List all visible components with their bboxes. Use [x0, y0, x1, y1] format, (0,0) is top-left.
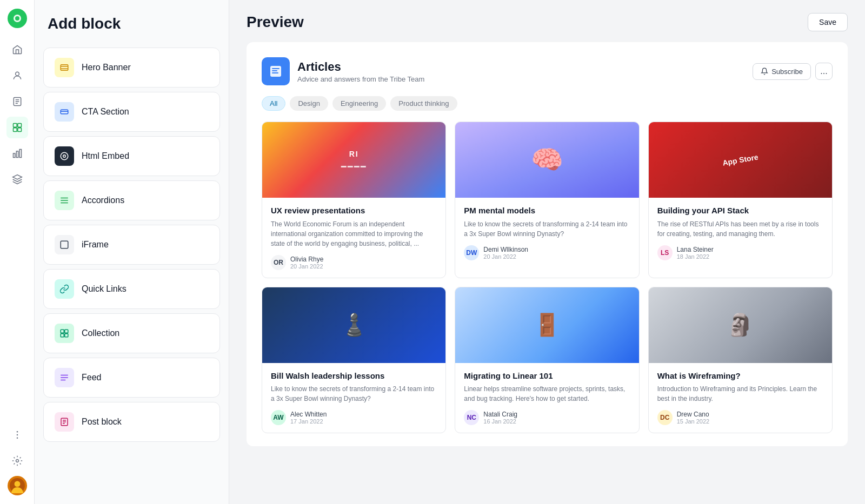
block-icon-accordions	[55, 191, 74, 210]
preview-area: Preview Save Articles Ad	[229, 0, 865, 504]
author-info: Lana Steiner 18 Jan 2022	[677, 246, 714, 260]
subscribe-button[interactable]: Subscribe	[753, 63, 811, 80]
article-description: Introduction to Wireframing and its Prin…	[657, 384, 823, 404]
nav-analytics[interactable]	[6, 143, 28, 164]
subscribe-label: Subscribe	[771, 68, 803, 76]
author-info: Natali Craig 16 Jan 2022	[483, 411, 517, 425]
block-icon-feed	[55, 368, 74, 387]
block-item-html-embed[interactable]: Html Embed	[43, 136, 220, 176]
article-image: ♟️	[262, 287, 445, 363]
app-logo[interactable]	[8, 9, 27, 28]
svg-rect-45	[272, 72, 278, 73]
block-item-feed[interactable]: Feed	[43, 358, 220, 398]
save-button[interactable]: Save	[808, 13, 848, 31]
article-title: Migrating to Linear 101	[464, 371, 630, 381]
article-title: PM mental models	[464, 205, 630, 216]
block-icon-post-block	[55, 412, 74, 432]
author-avatar: OR	[271, 255, 286, 270]
user-avatar[interactable]	[8, 476, 27, 495]
author-info: Alec Whitten 17 Jan 2022	[290, 411, 327, 425]
block-item-iframe[interactable]: iFrame	[43, 225, 220, 265]
block-label-iframe: iFrame	[82, 240, 109, 250]
tag-design[interactable]: Design	[290, 96, 328, 111]
articles-logo	[262, 57, 290, 85]
svg-rect-32	[65, 330, 68, 333]
article-description: Linear helps streamline software project…	[464, 384, 630, 404]
svg-rect-43	[272, 68, 280, 69]
svg-rect-44	[272, 70, 277, 71]
tag-engineering[interactable]: Engineering	[332, 96, 386, 111]
tag-product-thinking[interactable]: Product thinking	[390, 96, 457, 111]
articles-actions: Subscribe ...	[753, 63, 833, 80]
articles-info: Articles Advice and answers from the Tri…	[297, 60, 424, 83]
author-name: Drew Cano	[677, 411, 710, 418]
article-card[interactable]: RI▬▬▬▬ UX review presentations The World…	[262, 122, 446, 278]
block-item-accordions[interactable]: Accordions	[43, 180, 220, 220]
nav-users[interactable]	[6, 65, 28, 86]
svg-point-25	[61, 152, 68, 160]
block-label-hero-banner: Hero Banner	[82, 63, 131, 72]
article-image: 🗿	[649, 287, 832, 363]
nav-blocks[interactable]	[6, 117, 28, 138]
svg-rect-31	[61, 330, 64, 333]
svg-point-2	[15, 72, 19, 76]
article-author: OR Olivia Rhye 20 Jan 2022	[271, 255, 437, 270]
nav-layers[interactable]	[6, 169, 28, 190]
svg-point-15	[16, 434, 18, 436]
nav-settings[interactable]	[6, 450, 28, 472]
block-icon-iframe	[55, 235, 74, 254]
block-item-quick-links[interactable]: Quick Links	[43, 269, 220, 309]
nav-pages[interactable]	[6, 91, 28, 112]
author-name: Natali Craig	[483, 411, 517, 418]
block-icon-collection	[55, 324, 74, 343]
bell-icon	[761, 68, 768, 75]
block-label-collection: Collection	[82, 328, 119, 338]
article-card[interactable]: 🚪 Migrating to Linear 101 Linear helps s…	[455, 287, 639, 434]
block-label-quick-links: Quick Links	[82, 284, 127, 294]
preview-header: Preview Save	[247, 13, 848, 31]
article-card[interactable]: ♟️ Bill Walsh leadership lessons Like to…	[262, 287, 446, 434]
svg-point-16	[16, 438, 18, 439]
articles-subtitle: Advice and answers from the Tribe Team	[297, 75, 424, 83]
article-title: UX review presentations	[271, 205, 437, 216]
article-card[interactable]: 🗿 What is Wireframing? Introduction to W…	[648, 287, 833, 434]
block-label-accordions: Accordions	[82, 196, 124, 205]
author-avatar: DW	[464, 245, 479, 260]
article-card[interactable]: App Store Building your API Stack The ri…	[648, 122, 833, 278]
svg-point-17	[16, 460, 18, 462]
author-date: 20 Jan 2022	[483, 253, 528, 260]
block-item-cta-section[interactable]: CTA Section	[43, 92, 220, 132]
author-date: 15 Jan 2022	[677, 418, 710, 425]
author-name: Alec Whitten	[290, 411, 327, 418]
author-date: 17 Jan 2022	[290, 418, 327, 425]
article-image: RI▬▬▬▬	[262, 122, 445, 198]
tag-all[interactable]: All	[262, 96, 285, 111]
article-description: The World Economic Forum is an independe…	[271, 219, 437, 248]
nav-more[interactable]	[6, 424, 28, 446]
svg-rect-34	[65, 334, 68, 337]
svg-rect-33	[61, 334, 64, 337]
author-avatar: LS	[657, 245, 673, 260]
article-body: Bill Walsh leadership lessons Like to kn…	[262, 363, 445, 433]
article-body: What is Wireframing? Introduction to Wir…	[649, 363, 832, 433]
svg-rect-11	[13, 153, 15, 158]
article-card[interactable]: 🧠 PM mental models Like to know the secr…	[455, 122, 639, 278]
article-author: LS Lana Steiner 18 Jan 2022	[657, 245, 823, 260]
page-title: Add block	[48, 15, 216, 32]
svg-rect-30	[61, 241, 68, 248]
main-container: Add block Hero Banner CTA Section Html E…	[35, 0, 865, 504]
block-item-post-block[interactable]: Post block	[43, 402, 220, 442]
block-item-collection[interactable]: Collection	[43, 313, 220, 353]
article-image: App Store	[649, 122, 832, 198]
block-item-hero-banner[interactable]: Hero Banner	[43, 48, 220, 88]
author-date: 18 Jan 2022	[677, 253, 714, 260]
more-button[interactable]: ...	[815, 63, 833, 80]
icon-bar-bottom	[6, 424, 28, 495]
author-date: 20 Jan 2022	[290, 263, 323, 270]
articles-grid: RI▬▬▬▬ UX review presentations The World…	[262, 122, 833, 433]
nav-home[interactable]	[6, 39, 28, 61]
block-list: Hero Banner CTA Section Html Embed Accor…	[35, 43, 229, 446]
articles-title: Articles	[297, 60, 424, 74]
articles-logo-area: Articles Advice and answers from the Tri…	[262, 57, 424, 85]
block-label-post-block: Post block	[82, 417, 122, 427]
